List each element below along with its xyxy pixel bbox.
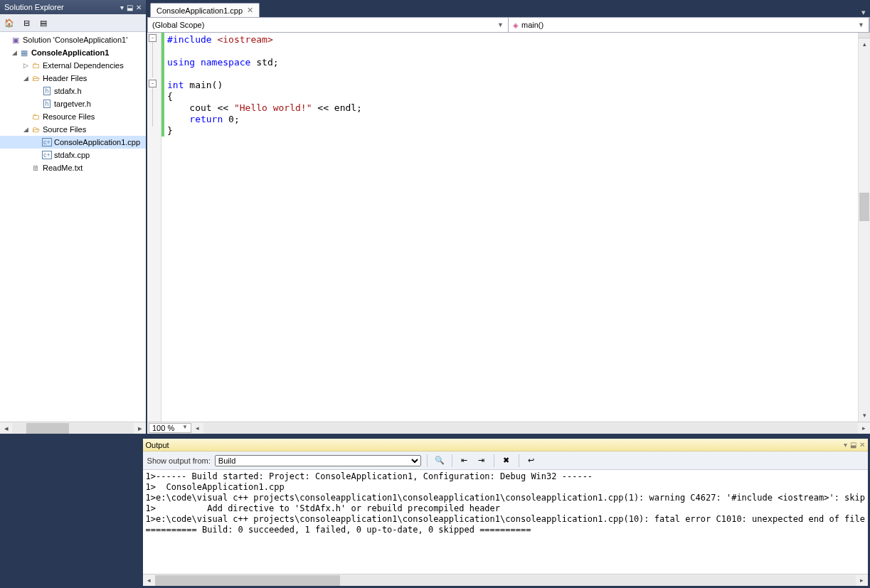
- project-label: ConsoleApplication1: [30, 48, 109, 57]
- resource-files-label: Resource Files: [41, 112, 95, 121]
- source-files-label: Source Files: [41, 125, 86, 134]
- stdafx-cpp-label: stdafx.cpp: [53, 151, 90, 159]
- toggle-wrap-icon[interactable]: ↩: [525, 454, 538, 467]
- source-files-node[interactable]: ◢ 🗁 Source Files: [0, 123, 146, 136]
- consoleapp-cpp-node[interactable]: c+ ConsoleApplication1.cpp: [0, 136, 146, 149]
- folder-icon: 🗀: [30, 61, 41, 70]
- zoom-value: 100 %: [152, 424, 174, 432]
- outline-collapse-icon[interactable]: -: [149, 80, 157, 87]
- output-panel: Output ▾ ⬓ ✕ Show output from: Build 🔍 ⇤…: [142, 438, 869, 587]
- scroll-down-icon[interactable]: ▾: [859, 410, 870, 422]
- close-icon[interactable]: ✕: [247, 6, 253, 15]
- cpp-file-icon: c+: [41, 151, 53, 159]
- scope-left-dropdown[interactable]: (Global Scope) ▼: [148, 18, 509, 32]
- method-icon: ◈: [513, 21, 519, 29]
- output-line: 1>------ Build started: Project: Console…: [146, 471, 593, 481]
- chevron-right-icon[interactable]: ▷: [21, 62, 30, 69]
- external-deps-node[interactable]: ▷ 🗀 External Dependencies: [0, 59, 146, 72]
- tab-overflow-icon[interactable]: ▾: [857, 8, 870, 17]
- chevron-down-icon[interactable]: ◢: [21, 75, 30, 82]
- editor-tab-bar: ConsoleApplication1.cpp ✕ ▾: [147, 0, 870, 17]
- outline-collapse-icon[interactable]: -: [149, 34, 157, 42]
- stdafx-cpp-node[interactable]: c+ stdafx.cpp: [0, 149, 146, 161]
- prev-message-icon[interactable]: ⇤: [458, 454, 471, 467]
- scroll-left-icon[interactable]: ◂: [191, 424, 203, 432]
- folder-open-icon: 🗁: [30, 125, 41, 134]
- stdafx-h-label: stdafx.h: [53, 87, 82, 95]
- zoom-dropdown[interactable]: 100 % ▼: [149, 423, 191, 433]
- find-message-icon[interactable]: 🔍: [433, 454, 446, 467]
- project-node[interactable]: ◢ ▦ ConsoleApplication1: [0, 46, 146, 59]
- scope-left-label: (Global Scope): [152, 21, 204, 29]
- home-icon[interactable]: 🏠: [3, 16, 16, 29]
- output-line: 1>e:\code\visual c++ projects\consoleapp…: [146, 514, 865, 524]
- scroll-thumb[interactable]: [859, 193, 869, 221]
- show-output-from-label: Show output from:: [147, 456, 211, 465]
- solution-node[interactable]: ▣ Solution 'ConsoleApplication1': [0, 33, 146, 46]
- scroll-right-icon[interactable]: ▸: [856, 577, 868, 584]
- stdafx-h-node[interactable]: h stdafx.h: [0, 85, 146, 97]
- output-line: 1>e:\code\visual c++ projects\consoleapp…: [146, 493, 865, 503]
- readme-node[interactable]: 🗎 ReadMe.txt: [0, 161, 146, 174]
- pin-icon[interactable]: ⬓: [850, 441, 856, 449]
- scroll-right-icon[interactable]: ▸: [134, 424, 146, 433]
- close-icon[interactable]: ✕: [859, 441, 865, 449]
- dropdown-icon[interactable]: ▾: [844, 441, 847, 449]
- scroll-right-icon[interactable]: ▸: [858, 424, 870, 432]
- readme-label: ReadMe.txt: [41, 164, 83, 172]
- output-text[interactable]: 1>------ Build started: Project: Console…: [143, 470, 868, 574]
- scope-bar: (Global Scope) ▼ ◈ main() ▼: [147, 17, 870, 33]
- scope-right-dropdown[interactable]: ◈ main() ▼: [509, 18, 869, 32]
- scroll-thumb[interactable]: [26, 423, 69, 434]
- tab-consoleapp-cpp[interactable]: ConsoleApplication1.cpp ✕: [150, 3, 260, 17]
- solution-tree[interactable]: ▣ Solution 'ConsoleApplication1' ◢ ▦ Con…: [0, 32, 146, 422]
- next-message-icon[interactable]: ⇥: [475, 454, 488, 467]
- solution-icon: ▣: [10, 36, 21, 45]
- solution-explorer-title: Solution Explorer: [4, 3, 117, 11]
- targetver-h-label: targetver.h: [53, 100, 91, 108]
- output-line: ========== Build: 0 succeeded, 1 failed,…: [146, 525, 531, 535]
- chevron-down-icon[interactable]: ◢: [21, 126, 30, 133]
- header-files-node[interactable]: ◢ 🗁 Header Files: [0, 72, 146, 85]
- resource-files-node[interactable]: 🗀 Resource Files: [0, 110, 146, 123]
- code-editor[interactable]: - - #include <iostream> using namespace …: [147, 33, 870, 422]
- split-handle-icon[interactable]: [859, 33, 870, 38]
- dropdown-icon[interactable]: ▾: [120, 4, 124, 11]
- solution-hscrollbar[interactable]: ◂ ▸: [0, 422, 146, 434]
- solution-explorer-header: Solution Explorer ▾ ⬓ ✕: [0, 0, 146, 14]
- close-icon[interactable]: ✕: [136, 4, 142, 11]
- scope-right-label: main(): [521, 21, 543, 29]
- consoleapp-cpp-label: ConsoleApplication1.cpp: [53, 138, 140, 146]
- solution-explorer-panel: Solution Explorer ▾ ⬓ ✕ 🏠 ⊟ ▤ ▣ Solution…: [0, 0, 147, 434]
- solution-explorer-toolbar: 🏠 ⊟ ▤: [0, 14, 146, 32]
- chevron-down-icon[interactable]: ◢: [10, 49, 18, 56]
- tab-label: ConsoleApplication1.cpp: [157, 6, 243, 15]
- collapse-icon[interactable]: ⊟: [20, 16, 33, 29]
- output-hscrollbar[interactable]: ◂ ▸: [143, 574, 868, 586]
- editor-panel: ConsoleApplication1.cpp ✕ ▾ (Global Scop…: [147, 0, 870, 434]
- properties-icon[interactable]: ▤: [37, 16, 50, 29]
- folder-icon: 🗀: [30, 112, 41, 121]
- header-files-label: Header Files: [41, 74, 87, 82]
- solution-label: Solution 'ConsoleApplication1': [21, 36, 127, 44]
- scroll-thumb[interactable]: [155, 575, 340, 586]
- targetver-h-node[interactable]: h targetver.h: [0, 97, 146, 110]
- editor-hscrollbar[interactable]: ◂ ▸: [191, 423, 870, 434]
- show-output-from-select[interactable]: Build: [215, 455, 421, 466]
- clear-all-icon[interactable]: ✖: [500, 454, 513, 467]
- output-line: 1> Add directive to 'StdAfx.h' or rebuil…: [146, 503, 501, 513]
- editor-vscrollbar[interactable]: ▴ ▾: [858, 33, 870, 422]
- project-icon: ▦: [18, 48, 30, 58]
- code-text[interactable]: #include <iostream> using namespace std;…: [164, 33, 858, 422]
- chevron-down-icon: ▼: [858, 21, 864, 28]
- chevron-down-icon: ▼: [182, 424, 188, 432]
- h-file-icon: h: [41, 87, 53, 95]
- output-line: 1> ConsoleApplication1.cpp: [146, 482, 285, 492]
- output-toolbar: Show output from: Build 🔍 ⇤ ⇥ ✖ ↩: [143, 451, 868, 470]
- code-gutter: - -: [147, 33, 161, 422]
- scroll-up-icon[interactable]: ▴: [859, 38, 870, 50]
- output-title: Output: [146, 441, 841, 449]
- pin-icon[interactable]: ⬓: [127, 4, 133, 11]
- scroll-left-icon[interactable]: ◂: [0, 424, 12, 433]
- scroll-left-icon[interactable]: ◂: [143, 577, 155, 584]
